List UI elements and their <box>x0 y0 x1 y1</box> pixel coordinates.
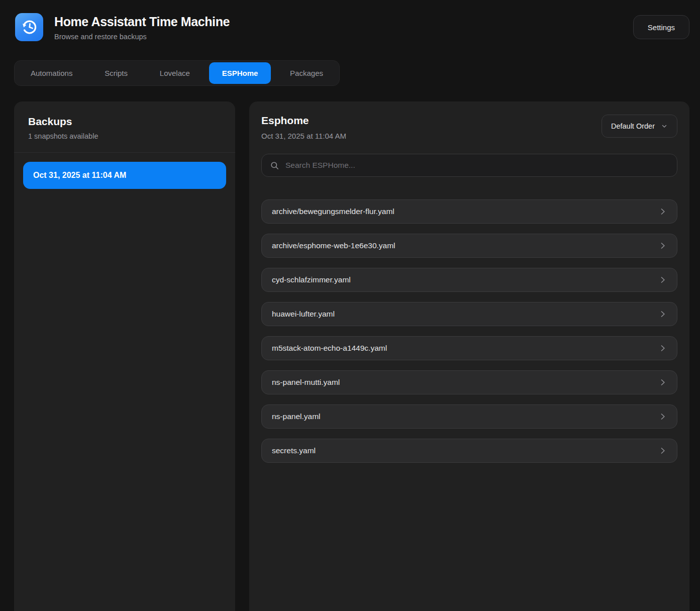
content-title: Esphome <box>261 115 346 127</box>
file-name: huawei-lufter.yaml <box>272 310 335 319</box>
chevron-right-icon <box>658 241 668 251</box>
chevron-right-icon <box>658 207 668 217</box>
page-title: Home Assistant Time Machine <box>54 15 230 29</box>
chevron-down-icon <box>661 123 668 130</box>
tab-lovelace[interactable]: Lovelace <box>147 62 203 84</box>
chevron-right-icon <box>658 377 668 387</box>
file-name: archive/bewegungsmelder-flur.yaml <box>272 207 394 216</box>
backups-panel: Backups 1 snapshots available Oct 31, 20… <box>14 101 235 611</box>
time-machine-icon <box>15 13 43 41</box>
file-item[interactable]: archive/bewegungsmelder-flur.yaml <box>261 199 677 224</box>
backups-title: Backups <box>28 116 221 128</box>
content-panel: Esphome Oct 31, 2025 at 11:04 AM Default… <box>249 101 689 611</box>
content-header: Esphome Oct 31, 2025 at 11:04 AM Default… <box>261 115 677 140</box>
title-block: Home Assistant Time Machine Browse and r… <box>54 14 230 41</box>
file-name: m5stack-atom-echo-a1449c.yaml <box>272 344 387 353</box>
tab-packages[interactable]: Packages <box>277 62 336 84</box>
file-item[interactable]: archive/esphome-web-1e6e30.yaml <box>261 234 677 258</box>
snapshot-item-selected[interactable]: Oct 31, 2025 at 11:04 AM <box>23 162 226 189</box>
chevron-right-icon <box>658 275 668 285</box>
main-content: Backups 1 snapshots available Oct 31, 20… <box>14 101 689 611</box>
snapshot-list: Oct 31, 2025 at 11:04 AM <box>14 153 235 198</box>
tab-esphome[interactable]: ESPHome <box>209 62 271 84</box>
content-timestamp: Oct 31, 2025 at 11:04 AM <box>261 132 346 140</box>
file-item[interactable]: secrets.yaml <box>261 439 677 463</box>
search-input[interactable] <box>285 154 669 176</box>
file-item[interactable]: cyd-schlafzimmer.yaml <box>261 268 677 292</box>
sort-order-dropdown[interactable]: Default Order <box>602 115 677 138</box>
file-name: ns-panel.yaml <box>272 412 321 421</box>
backups-count: 1 snapshots available <box>28 132 221 140</box>
file-name: secrets.yaml <box>272 446 316 455</box>
content-title-block: Esphome Oct 31, 2025 at 11:04 AM <box>261 115 346 140</box>
file-item[interactable]: huawei-lufter.yaml <box>261 302 677 326</box>
chevron-right-icon <box>658 446 668 456</box>
app-header: Home Assistant Time Machine Browse and r… <box>0 0 700 47</box>
file-name: cyd-schlafzimmer.yaml <box>272 275 351 284</box>
search-icon <box>270 161 279 170</box>
search-bar <box>261 154 677 177</box>
settings-button[interactable]: Settings <box>633 15 689 39</box>
file-name: ns-panel-mutti.yaml <box>272 378 340 387</box>
file-item[interactable]: ns-panel.yaml <box>261 404 677 429</box>
file-name: archive/esphome-web-1e6e30.yaml <box>272 241 395 250</box>
file-list: archive/bewegungsmelder-flur.yaml archiv… <box>261 199 677 463</box>
chevron-right-icon <box>658 309 668 319</box>
tab-scripts[interactable]: Scripts <box>91 62 141 84</box>
app-identity: Home Assistant Time Machine Browse and r… <box>15 13 230 41</box>
chevron-right-icon <box>658 343 668 353</box>
page-subtitle: Browse and restore backups <box>54 33 230 41</box>
section-tabs: Automations Scripts Lovelace ESPHome Pac… <box>14 60 340 86</box>
tab-automations[interactable]: Automations <box>18 62 85 84</box>
backups-header: Backups 1 snapshots available <box>14 101 235 153</box>
file-item[interactable]: m5stack-atom-echo-a1449c.yaml <box>261 336 677 360</box>
sort-order-label: Default Order <box>611 122 655 130</box>
chevron-right-icon <box>658 412 668 422</box>
file-item[interactable]: ns-panel-mutti.yaml <box>261 370 677 394</box>
